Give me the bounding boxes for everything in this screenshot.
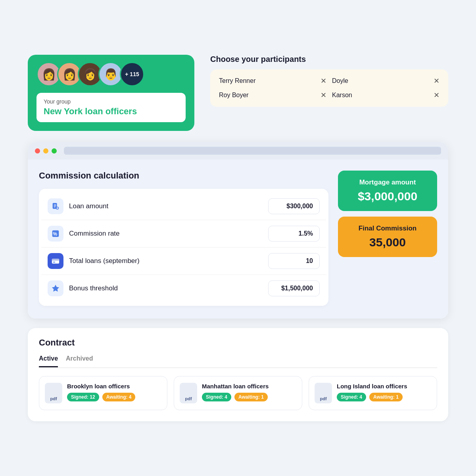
group-avatars: 👩 👩 👩 👨 + 115: [36, 62, 186, 86]
commission-rate-value[interactable]: 1.5%: [268, 226, 320, 242]
contract-title: Contract: [39, 338, 437, 348]
participant-name-karson: Karson: [332, 92, 352, 99]
contract-card-manhattan: pdf Manhattan loan officers Signed: 4 Aw…: [174, 376, 302, 410]
participant-remove-terry[interactable]: ✕: [321, 77, 326, 85]
contract-badges-manhattan: Signed: 4 Awaiting: 1: [202, 393, 296, 401]
bonus-value[interactable]: $1,500,000: [268, 280, 320, 296]
final-commission-card: Final Commission 35,000: [338, 217, 437, 257]
participant-name-doyle: Doyle: [332, 77, 348, 84]
badge-awaiting-longisland: Awaiting: 1: [369, 393, 403, 401]
participant-terry: Terry Renner ✕: [219, 77, 326, 85]
contract-name-manhattan: Manhattan loan officers: [202, 383, 296, 390]
badge-signed-longisland: Signed: 4: [337, 393, 366, 401]
titlebar-dot-red[interactable]: [35, 148, 40, 154]
mortgage-title: Mortgage amount: [345, 178, 430, 186]
contract-info-longisland: Long Island loan officers Signed: 4 Awai…: [337, 383, 431, 401]
final-commission-title: Final Commission: [345, 225, 430, 232]
titlebar-dot-yellow[interactable]: [43, 148, 48, 154]
group-name: New York loan officers: [44, 106, 178, 117]
result-cards: Mortgage amount $3,000,000 Final Commiss…: [338, 171, 437, 257]
final-commission-value: 35,000: [345, 236, 430, 249]
badge-signed-brooklyn: Signed: 12: [67, 393, 99, 401]
svg-text:%: %: [53, 231, 58, 237]
titlebar-dot-green[interactable]: [52, 148, 57, 154]
avatar-4: 👨: [98, 62, 123, 86]
bonus-label: Bonus threshold: [69, 284, 263, 292]
participants-card: Choose your participants Terry Renner ✕ …: [210, 55, 448, 107]
contract-badges-brooklyn: Signed: 12 Awaiting: 4: [67, 393, 161, 401]
bonus-icon: [48, 280, 63, 296]
pdf-icon-longisland: pdf: [315, 383, 332, 403]
participant-name-roy: Roy Boyer: [219, 92, 249, 99]
contract-cards: pdf Brooklyn loan officers Signed: 12 Aw…: [39, 376, 437, 410]
loan-value[interactable]: $300,000: [268, 198, 320, 214]
contract-section: Contract Active Archived pdf Brooklyn lo…: [28, 328, 448, 421]
commission-form: Loan amount $300,000 % Commission rate 1…: [39, 189, 328, 306]
participant-remove-roy[interactable]: ✕: [321, 91, 326, 100]
contract-info-brooklyn: Brooklyn loan officers Signed: 12 Awaiti…: [67, 383, 161, 401]
badge-awaiting-manhattan: Awaiting: 1: [234, 393, 268, 401]
commission-title: Commission calculation: [39, 171, 328, 181]
window-titlebar: [28, 142, 448, 159]
contract-card-longisland: pdf Long Island loan officers Signed: 4 …: [309, 376, 437, 410]
contract-info-manhattan: Manhattan loan officers Signed: 4 Awaiti…: [202, 383, 296, 401]
form-row-commission: % Commission rate 1.5%: [41, 220, 326, 247]
badge-signed-manhattan: Signed: 4: [202, 393, 231, 401]
badge-awaiting-brooklyn: Awaiting: 4: [102, 393, 136, 401]
svg-rect-5: [52, 259, 59, 261]
pdf-icon-manhattan: pdf: [180, 383, 197, 403]
window-url-bar: [64, 147, 441, 155]
main-window: Commission calculation Loan amou: [28, 142, 448, 319]
avatar-plus-count: + 115: [120, 62, 144, 86]
commission-label: Commission rate: [69, 230, 263, 238]
mortgage-card: Mortgage amount $3,000,000: [338, 171, 437, 211]
form-row-bonus: Bonus threshold $1,500,000: [41, 274, 326, 302]
svg-marker-7: [52, 285, 59, 292]
loan-icon: [48, 198, 63, 214]
total-loans-value[interactable]: 10: [268, 253, 320, 269]
tab-archived[interactable]: Archived: [66, 355, 93, 367]
contract-name-brooklyn: Brooklyn loan officers: [67, 383, 161, 390]
participant-remove-doyle[interactable]: ✕: [434, 77, 440, 85]
total-loans-label: Total loans (september): [69, 257, 263, 265]
group-info-box: Your group New York loan officers: [36, 93, 186, 122]
window-body: Commission calculation Loan amou: [28, 159, 448, 319]
contract-name-longisland: Long Island loan officers: [337, 383, 431, 390]
page-wrapper: 👩 👩 👩 👨 + 115 Your group New York loan o…: [20, 43, 456, 433]
form-row-total-loans: Total loans (september) 10: [41, 247, 326, 274]
commission-section: Commission calculation Loan amou: [39, 171, 328, 306]
total-loans-icon: [48, 253, 63, 269]
top-section: 👩 👩 👩 👨 + 115 Your group New York loan o…: [28, 55, 448, 131]
svg-rect-6: [53, 262, 56, 263]
contract-badges-longisland: Signed: 4 Awaiting: 1: [337, 393, 431, 401]
participant-name-terry: Terry Renner: [219, 77, 255, 84]
participant-roy: Roy Boyer ✕: [219, 91, 326, 100]
contract-tabs: Active Archived: [39, 355, 437, 368]
participant-remove-karson[interactable]: ✕: [434, 91, 440, 100]
group-label: Your group: [44, 98, 178, 105]
participants-grid: Terry Renner ✕ Doyle ✕ Roy Boyer ✕ Karso…: [210, 69, 448, 107]
form-row-loan: Loan amount $300,000: [41, 193, 326, 220]
pdf-icon-brooklyn: pdf: [45, 383, 62, 403]
participant-doyle: Doyle ✕: [332, 77, 440, 85]
participant-karson: Karson ✕: [332, 91, 440, 100]
commission-icon: %: [48, 226, 63, 242]
loan-label: Loan amount: [69, 202, 263, 210]
tab-active[interactable]: Active: [39, 355, 58, 367]
group-card: 👩 👩 👩 👨 + 115 Your group New York loan o…: [28, 55, 194, 131]
participants-title: Choose your participants: [210, 55, 448, 64]
mortgage-value: $3,000,000: [345, 190, 430, 203]
contract-card-brooklyn: pdf Brooklyn loan officers Signed: 12 Aw…: [39, 376, 167, 410]
